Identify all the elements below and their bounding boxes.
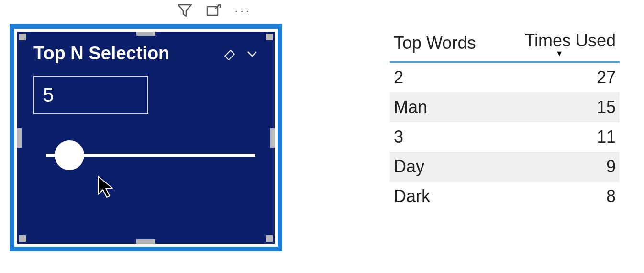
- cell-word: Dark: [390, 182, 499, 211]
- eraser-icon[interactable]: [222, 47, 236, 60]
- cell-word: Day: [390, 152, 499, 182]
- chevron-down-icon[interactable]: [246, 49, 258, 58]
- sort-desc-icon: ▼: [503, 52, 616, 56]
- resize-handle[interactable]: [136, 32, 155, 36]
- resize-handle[interactable]: [19, 231, 30, 242]
- slicer-title: Top N Selection: [33, 43, 169, 64]
- resize-handle[interactable]: [270, 128, 275, 148]
- focus-mode-icon[interactable]: [206, 4, 221, 17]
- top-n-slider[interactable]: [46, 154, 255, 157]
- resize-handle[interactable]: [17, 128, 22, 148]
- cell-word: 2: [390, 62, 499, 93]
- cursor-icon: [96, 175, 115, 201]
- slicer-body: Top N Selection: [17, 32, 275, 244]
- cell-count: 9: [499, 152, 620, 182]
- table-row[interactable]: 3 11: [390, 122, 620, 152]
- slicer-visual[interactable]: Top N Selection: [10, 24, 282, 251]
- cell-count: 11: [499, 122, 620, 152]
- column-header-top-words[interactable]: Top Words: [390, 28, 499, 62]
- resize-handle[interactable]: [262, 34, 273, 44]
- slider-thumb[interactable]: [55, 140, 84, 170]
- table-row[interactable]: Man 15: [390, 92, 620, 122]
- more-options-icon[interactable]: ···: [234, 4, 251, 17]
- cell-count: 8: [499, 182, 620, 211]
- cell-word: 3: [390, 122, 499, 152]
- column-label: Top Words: [394, 33, 476, 53]
- filter-icon[interactable]: [177, 4, 192, 17]
- column-header-times-used[interactable]: Times Used ▼: [499, 28, 620, 62]
- resize-handle[interactable]: [262, 231, 273, 242]
- table-row[interactable]: 2 27: [390, 62, 620, 93]
- cell-count: 15: [499, 92, 620, 122]
- column-label: Times Used: [524, 31, 616, 50]
- cell-count: 27: [499, 62, 620, 93]
- table-row[interactable]: Dark 8: [390, 182, 620, 211]
- visual-header: ···: [177, 4, 251, 17]
- resize-handle[interactable]: [136, 239, 155, 244]
- table-row[interactable]: Day 9: [390, 152, 620, 182]
- cell-word: Man: [390, 92, 499, 122]
- resize-handle[interactable]: [19, 34, 30, 44]
- top-n-input[interactable]: [33, 76, 148, 114]
- words-table: Top Words Times Used ▼ 2 27 Man 15 3 11: [390, 28, 620, 211]
